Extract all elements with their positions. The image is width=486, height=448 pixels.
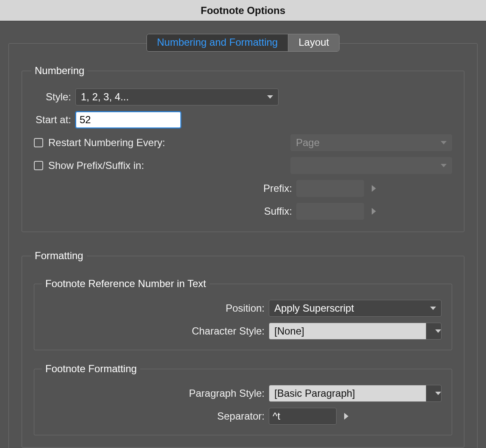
chevron-down-icon [267,95,273,99]
para-style-dropdown-button[interactable] [426,385,441,401]
tab-bar: Numbering and Formatting Layout [8,34,478,52]
prefix-menu-button [372,185,376,192]
separator-input[interactable] [269,408,337,425]
para-style-label: Paragraph Style: [44,387,269,399]
chevron-down-icon [435,329,441,333]
reference-number-legend: Footnote Reference Number in Text [42,278,210,290]
chevron-down-icon [441,141,447,144]
title-bar: Footnote Options [0,0,486,21]
show-prefix-suffix-checkbox[interactable] [34,161,43,170]
prefix-input [296,180,364,197]
footnote-formatting-legend: Footnote Formatting [42,363,140,375]
numbering-group: Numbering Style: 1, 2, 3, 4... Start at:… [22,65,464,232]
dialog-body: Numbering and Formatting Layout Numberin… [0,21,486,448]
suffix-input [296,203,364,220]
row-prefix: Prefix: [34,180,452,197]
reference-number-group: Footnote Reference Number in Text Positi… [34,278,452,350]
row-show-prefix: Show Prefix/Suffix in: [34,157,452,174]
row-suffix: Suffix: [34,203,452,220]
chevron-down-icon [430,307,436,310]
char-style-dropdown-button[interactable] [426,323,441,339]
suffix-label: Suffix: [34,205,296,217]
tab-layout[interactable]: Layout [288,34,339,51]
para-style-dropdown[interactable]: [Basic Paragraph] [269,385,442,402]
numbering-legend: Numbering [31,65,88,77]
prefix-label: Prefix: [34,183,296,194]
position-dropdown[interactable]: Apply Superscript [269,300,442,317]
tab-group: Numbering and Formatting Layout [146,34,340,52]
separator-label: Separator: [44,410,269,422]
start-at-input[interactable] [75,111,181,128]
char-style-label: Character Style: [44,325,269,337]
style-value: 1, 2, 3, 4... [81,91,129,103]
row-separator: Separator: [44,408,442,425]
suffix-menu-button [372,208,376,215]
position-value: Apply Superscript [274,302,354,314]
formatting-legend: Formatting [31,250,87,262]
formatting-group: Formatting Footnote Reference Number in … [22,250,464,448]
show-prefix-label: Show Prefix/Suffix in: [48,160,290,171]
position-label: Position: [44,302,269,314]
show-prefix-dropdown [290,157,452,174]
row-position: Position: Apply Superscript [44,300,442,317]
restart-label: Restart Numbering Every: [48,137,290,149]
row-para-style: Paragraph Style: [Basic Paragraph] [44,385,442,402]
chevron-down-icon [435,392,441,395]
para-style-value: [Basic Paragraph] [269,385,426,401]
chevron-down-icon [441,164,447,167]
dialog-title: Footnote Options [201,5,285,17]
row-restart: Restart Numbering Every: Page [34,134,452,151]
row-style: Style: 1, 2, 3, 4... [34,88,452,105]
separator-menu-button[interactable] [344,413,348,420]
tab-numbering-and-formatting[interactable]: Numbering and Formatting [147,34,288,51]
restart-numbering-checkbox[interactable] [34,138,43,147]
row-start-at: Start at: [34,111,452,128]
restart-scope-dropdown: Page [290,134,452,151]
char-style-value: [None] [269,323,426,339]
restart-scope-value: Page [296,137,320,149]
style-label: Style: [34,91,75,103]
row-char-style: Character Style: [None] [44,323,442,340]
start-at-label: Start at: [34,114,75,126]
footnote-formatting-group: Footnote Formatting Paragraph Style: [Ba… [34,363,452,435]
style-dropdown[interactable]: 1, 2, 3, 4... [75,88,279,105]
char-style-dropdown[interactable]: [None] [269,323,442,340]
main-panel: Numbering Style: 1, 2, 3, 4... Start at:… [8,43,478,448]
